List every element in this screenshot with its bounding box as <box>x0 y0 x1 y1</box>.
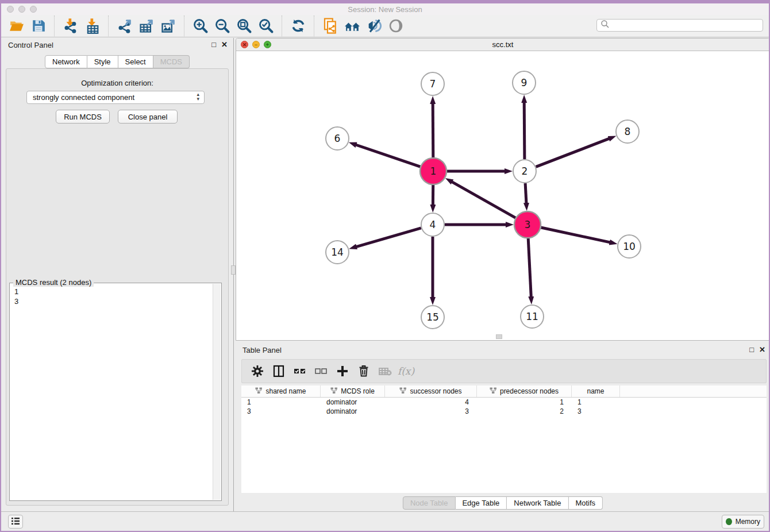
task-history-button[interactable] <box>8 515 23 529</box>
memory-label: Memory <box>736 518 760 526</box>
toolbar-separator <box>54 16 55 36</box>
clone-network-icon[interactable] <box>321 17 340 35</box>
zoom-in-icon[interactable] <box>191 17 210 35</box>
table-row[interactable]: 1dominator411 <box>241 398 767 407</box>
table-panel-title: Table Panel <box>242 346 282 354</box>
table-cell: 3 <box>241 407 321 415</box>
application-window: Session: New Session Control Panel □ ✕ N… <box>0 0 770 532</box>
column-header-name[interactable]: name <box>572 385 620 397</box>
zoom-out-icon[interactable] <box>213 17 232 35</box>
graph-node-7[interactable]: 7 <box>421 72 444 95</box>
edge-1-6[interactable] <box>356 145 420 167</box>
close-table-panel-icon[interactable]: ✕ <box>759 345 765 354</box>
import-network-icon[interactable] <box>61 17 80 35</box>
search-input[interactable] <box>596 19 763 32</box>
column-header-shared-name[interactable]: shared name <box>241 385 321 397</box>
mcds-result-list: 1 3 <box>14 287 18 306</box>
chevron-updown-icon: ▴▾ <box>197 92 199 101</box>
titlebar: Session: New Session <box>1 3 769 16</box>
memory-button[interactable]: Memory <box>722 515 764 529</box>
network-canvas[interactable]: 7968124314101511 <box>236 51 769 340</box>
edge-3-11[interactable] <box>528 238 531 297</box>
edge-2-3[interactable] <box>525 183 526 203</box>
control-panel-header: Control Panel □ ✕ <box>1 38 233 53</box>
edge-2-8[interactable] <box>536 138 610 167</box>
edge-3-1[interactable] <box>452 182 515 218</box>
svg-text:10: 10 <box>623 241 636 252</box>
close-panel-button[interactable]: Close panel <box>118 110 178 124</box>
graph-node-1[interactable]: 1 <box>420 158 446 184</box>
splitter-handle[interactable] <box>231 265 236 275</box>
tab-select[interactable]: Select <box>118 55 153 68</box>
import-table-icon[interactable] <box>83 17 102 35</box>
network-graph: 7968124314101511 <box>236 51 769 340</box>
svg-text:1: 1 <box>430 165 437 177</box>
graph-node-15[interactable]: 15 <box>421 306 444 329</box>
table-tab-motifs[interactable]: Motifs <box>568 496 603 510</box>
gear-icon[interactable] <box>247 361 268 381</box>
export-table-icon[interactable] <box>137 17 156 35</box>
table-tabs: Node TableEdge TableNetwork TableMotifs <box>403 496 603 510</box>
svg-text:8: 8 <box>625 126 631 137</box>
add-column-icon[interactable] <box>332 361 353 381</box>
table-cell: dominator <box>321 407 385 415</box>
save-session-icon[interactable] <box>29 17 48 35</box>
zoom-selected-icon[interactable] <box>256 17 276 35</box>
refresh-view-icon[interactable] <box>288 17 308 35</box>
criterion-dropdown[interactable]: strongly connected component ▴▾ <box>26 91 205 104</box>
network-title: scc.txt <box>236 40 769 49</box>
zoom-fit-icon[interactable] <box>234 17 254 35</box>
table-row[interactable]: 3dominator323 <box>241 407 767 416</box>
table-tab-node-table[interactable]: Node Table <box>403 496 456 510</box>
canvas-scrollbar-handle[interactable] <box>496 334 502 339</box>
float-table-panel-icon[interactable]: □ <box>749 345 754 354</box>
toolbar-separator <box>108 16 109 36</box>
column-selector-icon[interactable] <box>268 361 289 381</box>
tab-mcds[interactable]: MCDS <box>153 55 190 68</box>
delete-table-icon <box>374 361 395 381</box>
graph-node-14[interactable]: 14 <box>326 241 349 264</box>
graph-node-4[interactable]: 4 <box>421 213 444 236</box>
run-mcds-button[interactable]: Run MCDS <box>56 110 110 124</box>
tab-style[interactable]: Style <box>87 55 118 68</box>
graph-node-8[interactable]: 8 <box>616 120 639 143</box>
column-header-MCDS-role[interactable]: MCDS role <box>321 385 385 397</box>
home-icon[interactable] <box>342 17 362 35</box>
memory-status-icon <box>726 518 732 525</box>
toolbar-separator <box>184 16 185 36</box>
unselect-all-columns-icon[interactable] <box>310 361 332 381</box>
export-image-icon[interactable] <box>159 17 178 35</box>
graph-node-2[interactable]: 2 <box>513 160 536 183</box>
column-header-successor-nodes[interactable]: successor nodes <box>385 385 477 397</box>
tab-network[interactable]: Network <box>45 55 87 68</box>
select-all-columns-icon[interactable] <box>289 361 310 381</box>
table-cell: 4 <box>385 398 477 406</box>
graph-node-10[interactable]: 10 <box>618 235 641 258</box>
table-panel: Table Panel □ ✕ f(x) shared nameMCDS rol… <box>236 342 770 511</box>
close-panel-icon[interactable]: ✕ <box>221 40 228 49</box>
export-network-icon[interactable] <box>115 17 134 35</box>
birds-eye-icon[interactable] <box>386 17 406 35</box>
delete-column-icon[interactable] <box>353 361 374 381</box>
hide-details-icon[interactable] <box>364 17 384 35</box>
result-scrollbar[interactable] <box>213 284 221 500</box>
edge-2-9[interactable] <box>524 102 525 159</box>
table-tab-edge-table[interactable]: Edge Table <box>455 496 507 510</box>
graph-node-11[interactable]: 11 <box>521 305 544 328</box>
graph-node-6[interactable]: 6 <box>326 127 349 150</box>
edge-1-7[interactable] <box>433 103 433 157</box>
graph-node-3[interactable]: 3 <box>514 211 541 238</box>
open-session-icon[interactable] <box>7 17 26 35</box>
column-header-predecessor-nodes[interactable]: predecessor nodes <box>477 385 572 397</box>
graph-node-9[interactable]: 9 <box>513 71 536 94</box>
toolbar-separator <box>314 16 315 36</box>
edge-4-14[interactable] <box>356 228 421 247</box>
table-tab-network-table[interactable]: Network Table <box>507 496 568 510</box>
svg-text:14: 14 <box>331 246 344 258</box>
svg-text:11: 11 <box>526 311 538 322</box>
panel-splitter[interactable] <box>233 38 234 511</box>
network-view-window: ✕ − + scc.txt 7968124314101511 <box>236 38 770 341</box>
svg-text:15: 15 <box>426 311 439 323</box>
edge-3-10[interactable] <box>541 228 610 242</box>
float-panel-icon[interactable]: □ <box>211 40 216 49</box>
